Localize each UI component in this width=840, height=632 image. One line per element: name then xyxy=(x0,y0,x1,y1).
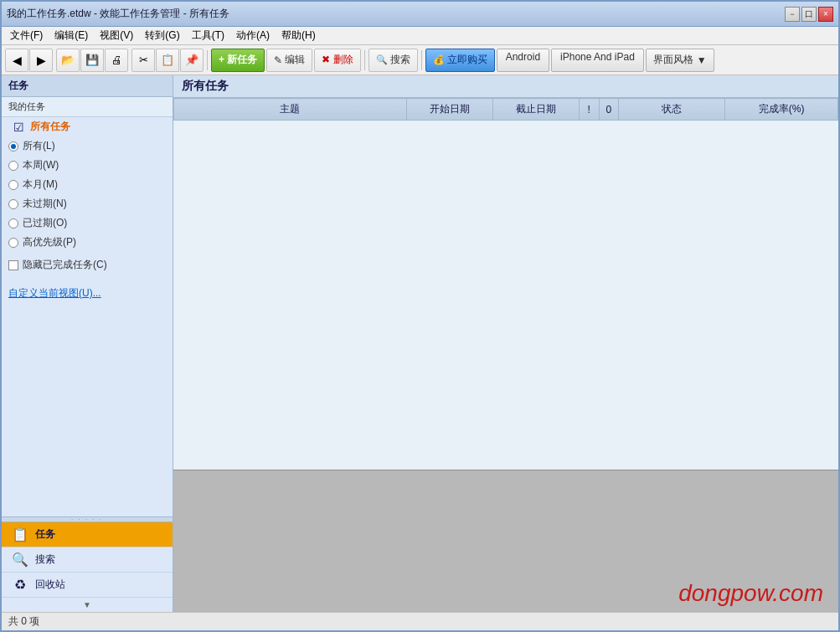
edit-task-button[interactable]: ✎ 编辑 xyxy=(266,49,312,72)
col-end-date[interactable]: 截止日期 xyxy=(492,99,579,121)
bottom-nav: 📋 任务 🔍 搜索 ♻ 回收站 ▼ xyxy=(2,522,173,612)
menu-edit[interactable]: 编辑(E) xyxy=(49,27,93,44)
filter-month[interactable]: 本月(M) xyxy=(2,175,173,194)
dropdown-arrow-icon: ▼ xyxy=(697,54,707,66)
edit-icon: ✎ xyxy=(274,54,282,66)
all-tasks-item[interactable]: ☑ 所有任务 xyxy=(2,117,173,136)
custom-view-link[interactable]: 自定义当前视图(U)... xyxy=(2,281,173,306)
toolbar: ◀ ▶ 📂 💾 🖨 ✂ 📋 xyxy=(2,45,838,75)
menu-tools[interactable]: 工具(T) xyxy=(187,27,229,44)
search-nav-icon: 🔍 xyxy=(12,552,28,568)
filter-high-priority[interactable]: 高优先级(P) xyxy=(2,233,173,252)
paste-button[interactable]: 📌 xyxy=(180,49,204,72)
detail-area xyxy=(173,470,838,612)
print-button[interactable]: 🖨 xyxy=(105,49,128,72)
col-status[interactable]: 状态 xyxy=(619,99,725,121)
col-attachment[interactable]: 0 xyxy=(599,99,619,121)
col-start-date[interactable]: 开始日期 xyxy=(406,99,492,121)
edit-buttons: ✂ 📋 📌 xyxy=(131,49,204,72)
filter-not-expired[interactable]: 未过期(N) xyxy=(2,194,173,213)
filter-all[interactable]: 所有(L) xyxy=(2,136,173,156)
search-button[interactable]: 🔍 搜索 xyxy=(368,49,418,72)
tasks-nav-icon: 📋 xyxy=(12,527,28,542)
all-tasks-icon: ☑ xyxy=(12,121,25,134)
menu-file[interactable]: 文件(F) xyxy=(5,27,48,44)
delete-task-button[interactable]: ✖ 删除 xyxy=(314,49,360,72)
nav-tasks[interactable]: 📋 任务 xyxy=(2,522,173,547)
task-area-header: 所有任务 xyxy=(173,75,838,98)
print-icon: 🖨 xyxy=(111,54,122,66)
radio-week-dot xyxy=(8,161,18,171)
forward-button[interactable]: ▶ xyxy=(29,49,53,72)
status-bar: 共 0 项 xyxy=(2,612,838,630)
forward-icon: ▶ xyxy=(37,54,46,67)
close-button[interactable]: × xyxy=(818,7,833,22)
hide-completed-checkbox[interactable]: 隐藏已完成任务(C) xyxy=(2,255,173,275)
nav-search[interactable]: 🔍 搜索 xyxy=(2,547,173,573)
menu-goto[interactable]: 转到(G) xyxy=(140,27,184,44)
cut-button[interactable]: ✂ xyxy=(131,49,155,72)
window-title: 我的工作任务.etdw - 效能工作任务管理 - 所有任务 xyxy=(7,7,229,21)
nav-buttons: ◀ ▶ xyxy=(5,49,53,72)
col-priority[interactable]: ! xyxy=(579,99,599,121)
main-window: 我的工作任务.etdw - 效能工作任务管理 - 所有任务 － 口 × 文件(F… xyxy=(0,0,840,632)
new-task-button[interactable]: + 新任务 xyxy=(211,49,265,72)
file-buttons: 📂 💾 🖨 xyxy=(56,49,128,72)
open-icon: 📂 xyxy=(61,54,75,66)
task-table-container[interactable]: 主题 开始日期 截止日期 ! 0 状态 完成率(%) xyxy=(173,98,838,470)
my-tasks-label: 我的任务 xyxy=(2,97,173,117)
hide-completed-box xyxy=(8,260,18,270)
save-icon: 💾 xyxy=(85,54,99,66)
toolbar-separator-3 xyxy=(421,50,422,70)
window-controls: － 口 × xyxy=(785,7,833,22)
save-button[interactable]: 💾 xyxy=(80,49,104,72)
paste-icon: 📌 xyxy=(185,54,198,66)
main-content: 任务 我的任务 ☑ 所有任务 所有(L) 本周(W) xyxy=(2,75,838,612)
task-table: 主题 开始日期 截止日期 ! 0 状态 完成率(%) xyxy=(173,98,838,121)
radio-high-priority-dot xyxy=(8,238,18,248)
back-button[interactable]: ◀ xyxy=(5,49,28,72)
minimize-button[interactable]: － xyxy=(785,7,800,22)
buy-button[interactable]: 💰 立即购买 xyxy=(425,49,495,72)
back-icon: ◀ xyxy=(13,54,22,67)
radio-expired-dot xyxy=(8,218,18,229)
menu-help[interactable]: 帮助(H) xyxy=(276,27,321,44)
toolbar-separator-2 xyxy=(364,50,365,70)
menu-bar: 文件(F) 编辑(E) 视图(V) 转到(G) 工具(T) 动作(A) 帮助(H… xyxy=(2,27,838,45)
buy-icon: 💰 xyxy=(433,54,445,65)
search-icon: 🔍 xyxy=(376,54,388,65)
right-panel: 所有任务 主题 开始日期 截止日期 ! 0 状态 完成率(%) xyxy=(173,75,838,612)
tasks-section-title: 任务 xyxy=(2,75,173,97)
radio-all-dot xyxy=(8,141,18,152)
col-completion[interactable]: 完成率(%) xyxy=(725,99,838,121)
filter-expired[interactable]: 已过期(O) xyxy=(2,213,173,233)
toolbar-separator-1 xyxy=(207,50,208,70)
copy-button[interactable]: 📋 xyxy=(156,49,179,72)
cut-icon: ✂ xyxy=(139,54,148,66)
title-bar: 我的工作任务.etdw - 效能工作任务管理 - 所有任务 － 口 × xyxy=(2,2,838,27)
open-button[interactable]: 📂 xyxy=(56,49,80,72)
copy-icon: 📋 xyxy=(161,54,174,66)
filter-week[interactable]: 本周(W) xyxy=(2,156,173,175)
radio-month-dot xyxy=(8,180,18,190)
table-header-row: 主题 开始日期 截止日期 ! 0 状态 完成率(%) xyxy=(174,99,838,121)
col-subject[interactable]: 主题 xyxy=(174,99,407,121)
left-panel: 任务 我的任务 ☑ 所有任务 所有(L) 本周(W) xyxy=(2,75,173,612)
left-panel-top: 任务 我的任务 ☑ 所有任务 所有(L) 本周(W) xyxy=(2,75,173,516)
android-tab[interactable]: Android xyxy=(497,49,549,72)
nav-collapse-button[interactable]: ▼ xyxy=(2,598,173,612)
menu-view[interactable]: 视图(V) xyxy=(95,27,138,44)
recycle-nav-icon: ♻ xyxy=(12,577,28,593)
radio-not-expired-dot xyxy=(8,199,18,209)
menu-action[interactable]: 动作(A) xyxy=(231,27,275,44)
status-text: 共 0 项 xyxy=(8,614,39,629)
iphone-ipad-tab[interactable]: iPhone And iPad xyxy=(551,49,644,72)
collapse-icon: ▼ xyxy=(83,600,91,609)
nav-recycle[interactable]: ♻ 回收站 xyxy=(2,573,173,598)
style-dropdown[interactable]: 界面风格 ▼ xyxy=(646,49,714,72)
maximize-button[interactable]: 口 xyxy=(801,7,817,22)
